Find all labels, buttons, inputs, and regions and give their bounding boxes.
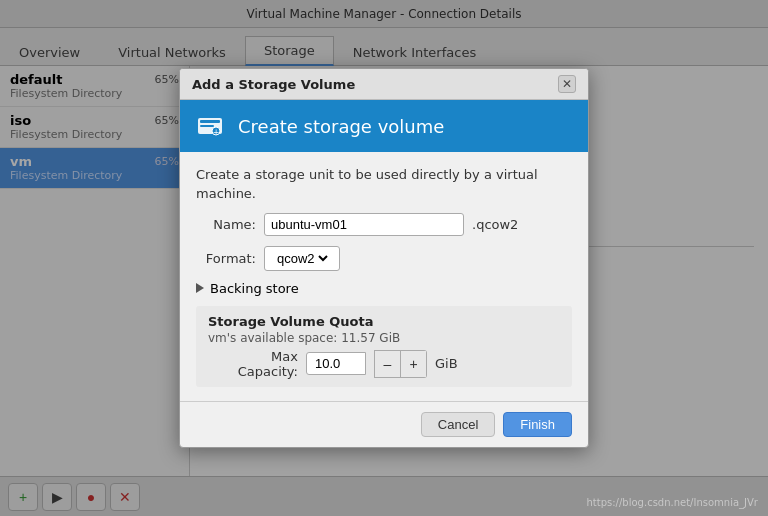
- capacity-row: Max Capacity: – + GiB: [208, 349, 560, 379]
- format-select[interactable]: qcow2 raw vmdk vpc: [273, 250, 331, 267]
- capacity-label: Max Capacity:: [208, 349, 298, 379]
- storage-volume-icon: +: [194, 110, 226, 142]
- format-form-label: Format:: [196, 251, 256, 266]
- svg-text:+: +: [213, 128, 220, 137]
- svg-rect-2: [200, 125, 214, 127]
- quota-title: Storage Volume Quota: [208, 314, 560, 329]
- dialog-body: Create a storage unit to be used directl…: [180, 152, 588, 400]
- finish-button[interactable]: Finish: [503, 412, 572, 437]
- quota-desc: vm's available space: 11.57 GiB: [208, 331, 560, 345]
- svg-rect-1: [200, 120, 220, 123]
- capacity-stepper: – +: [374, 350, 427, 378]
- add-storage-volume-dialog: Add a Storage Volume ✕ + Create storage …: [179, 68, 589, 447]
- backing-store-row[interactable]: Backing store: [196, 281, 572, 296]
- cancel-button[interactable]: Cancel: [421, 412, 495, 437]
- dialog-title: Add a Storage Volume: [192, 77, 355, 92]
- volume-name-input[interactable]: [264, 213, 464, 236]
- dialog-header-band: + Create storage volume: [180, 100, 588, 152]
- capacity-unit: GiB: [435, 356, 458, 371]
- decrement-button[interactable]: –: [374, 351, 400, 377]
- name-suffix: .qcow2: [472, 217, 518, 232]
- dialog-description: Create a storage unit to be used directl…: [196, 166, 572, 202]
- capacity-input[interactable]: [306, 352, 366, 375]
- dialog-close-button[interactable]: ✕: [558, 75, 576, 93]
- dialog-header-title: Create storage volume: [238, 116, 444, 137]
- name-form-row: Name: .qcow2: [196, 213, 572, 236]
- dialog-titlebar: Add a Storage Volume ✕: [180, 69, 588, 100]
- quota-section: Storage Volume Quota vm's available spac…: [196, 306, 572, 387]
- backing-store-expand-icon: [196, 283, 204, 293]
- modal-overlay: Add a Storage Volume ✕ + Create storage …: [0, 0, 768, 516]
- format-select-wrapper[interactable]: qcow2 raw vmdk vpc: [264, 246, 340, 271]
- increment-button[interactable]: +: [400, 351, 426, 377]
- dialog-footer: Cancel Finish: [180, 401, 588, 447]
- name-form-label: Name:: [196, 217, 256, 232]
- url-watermark: https://blog.csdn.net/Insomnia_JVr: [587, 497, 758, 508]
- backing-store-label: Backing store: [210, 281, 299, 296]
- format-form-row: Format: qcow2 raw vmdk vpc: [196, 246, 572, 271]
